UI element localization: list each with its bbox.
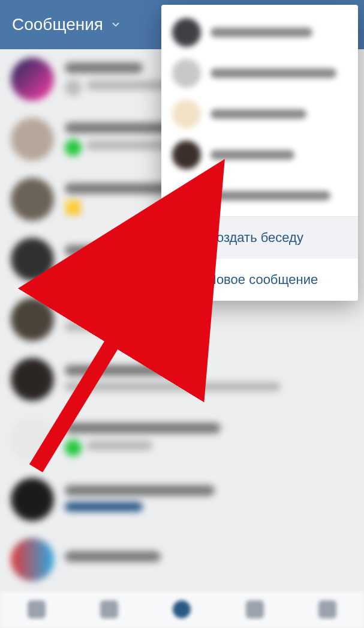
new-message-button[interactable]: Новое сообщение: [161, 259, 358, 301]
nav-messages-icon[interactable]: [173, 600, 191, 618]
bottom-nav: [0, 590, 364, 628]
chat-row[interactable]: [0, 409, 364, 469]
nav-notifications-icon[interactable]: [246, 600, 264, 618]
contact-suggestion[interactable]: [161, 175, 358, 216]
create-chat-label: Создать беседу: [207, 230, 303, 246]
contact-suggestion[interactable]: [161, 134, 358, 175]
header-title-text: Сообщения: [12, 15, 103, 34]
new-chat-dropdown: Создать беседу Новое сообщение: [161, 5, 358, 301]
create-chat-button[interactable]: Создать беседу: [161, 217, 358, 259]
new-message-label: Новое сообщение: [207, 272, 318, 288]
contact-suggestion[interactable]: [161, 12, 358, 53]
pencil-icon: [173, 273, 190, 287]
chat-row[interactable]: [0, 349, 364, 409]
nav-search-icon[interactable]: [100, 600, 118, 618]
nav-menu-icon[interactable]: [318, 600, 336, 618]
chat-row[interactable]: [0, 469, 364, 530]
chat-row[interactable]: [0, 530, 364, 590]
dropdown-actions: Создать беседу Новое сообщение: [161, 216, 358, 301]
header-title-button[interactable]: Сообщения: [12, 15, 121, 34]
contact-suggestions: [161, 5, 358, 216]
group-icon: [173, 230, 190, 246]
contact-suggestion[interactable]: [161, 53, 358, 94]
chevron-down-icon: [110, 15, 121, 34]
nav-news-icon[interactable]: [28, 600, 46, 618]
contact-suggestion[interactable]: [161, 94, 358, 134]
